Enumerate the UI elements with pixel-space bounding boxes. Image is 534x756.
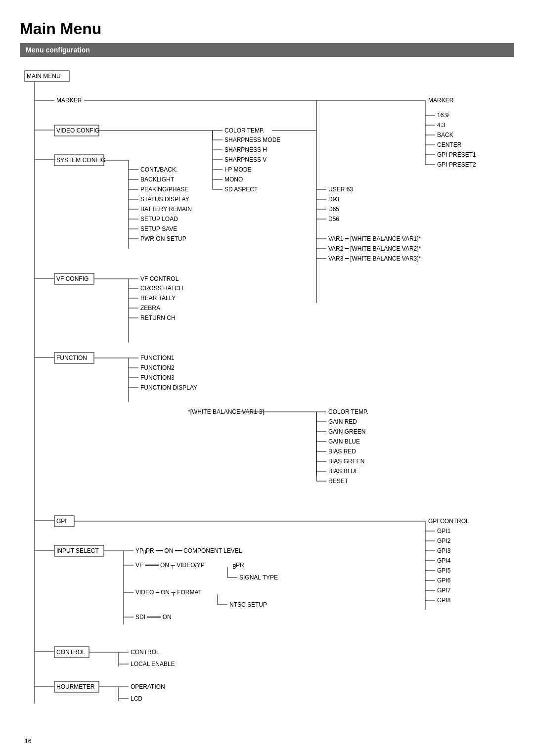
marker-center: CENTER — [437, 141, 462, 148]
marker-gpi-preset1: GPI PRESET1 — [437, 151, 476, 158]
rear-tally: REAR TALLY — [140, 295, 176, 302]
setup-save: SETUP SAVE — [140, 225, 177, 232]
backlight: BACKLIGHT — [140, 176, 175, 183]
gpi-control: GPI CONTROL — [428, 518, 469, 525]
gpi2: GPI2 — [437, 537, 451, 544]
video-config-label: VIDEO CONFIG — [56, 127, 99, 134]
var2: VAR2 ━ [WHITE BALANCE VAR2]* — [328, 245, 421, 252]
wb-gain-green: GAIN GREEN — [328, 428, 365, 435]
vf-on-label: VF ━━━━ ON ┬ VIDEO/YP — [135, 562, 205, 569]
status-display: STATUS DISPLAY — [140, 196, 189, 203]
return-ch: RETURN CH — [140, 314, 176, 321]
gpi6: GPI6 — [437, 577, 451, 584]
diagram-svg: MAIN MENU MARKER MARKER 16:9 4:3 BACK CE… — [20, 66, 514, 748]
cont-back: CONT./BACK. — [140, 166, 178, 173]
color-temp-label: COLOR TEMP. — [224, 127, 265, 134]
gpi7: GPI7 — [437, 587, 451, 594]
gpi-label: GPI — [56, 518, 67, 525]
cross-hatch: CROSS HATCH — [140, 285, 183, 292]
wb-gain-blue: GAIN BLUE — [328, 438, 360, 445]
peaking-phase: PEAKING/PHASE — [140, 186, 188, 193]
system-config-label: SYSTEM CONFIG — [56, 157, 105, 164]
lcd: LCD — [131, 695, 142, 702]
wb-gain-red: GAIN RED — [328, 418, 357, 425]
ypbpr-pr: PR ━━ ON ━━ COMPONENT LEVEL — [146, 547, 242, 554]
mono: MONO — [224, 176, 243, 183]
white-balance-var13: *[WHITE BALANCE VAR1-3] — [188, 408, 264, 415]
d65: D65 — [328, 206, 339, 213]
d56: D56 — [328, 216, 339, 222]
marker-back: BACK — [437, 132, 453, 138]
marker-right-label: MARKER — [428, 97, 454, 104]
marker-label: MARKER — [56, 97, 82, 104]
marker-169: 16:9 — [437, 112, 449, 119]
marker-gpi-preset2: GPI PRESET2 — [437, 161, 476, 168]
vf-pr: PR — [236, 562, 244, 569]
page-title: Main Menu — [20, 20, 514, 38]
main-menu-label: MAIN MENU — [27, 73, 61, 80]
menu-diagram: MAIN MENU MARKER MARKER 16:9 4:3 BACK CE… — [20, 66, 514, 748]
wb-reset: RESET — [328, 478, 349, 485]
vf-control: VF CONTROL — [140, 275, 179, 282]
gpi1: GPI1 — [437, 528, 451, 534]
sd-aspect: SD ASPECT — [224, 186, 258, 193]
pwr-on-setup: PWR ON SETUP — [140, 235, 186, 242]
marker-43: 4:3 — [437, 122, 445, 129]
control-label: CONTROL — [56, 649, 86, 656]
page-number: 16 — [25, 738, 32, 745]
var3: VAR3 ━ [WHITE BALANCE VAR3]* — [328, 255, 421, 262]
wb-bias-green: BIAS GREEN — [328, 458, 364, 465]
var1: VAR1 ━ [WHITE BALANCE VAR1]* — [328, 235, 421, 242]
hourmeter-label: HOURMETER — [56, 683, 95, 690]
function-display: FUNCTION DISPLAY — [140, 384, 197, 391]
video-on-label: VIDEO ━ ON ┬ FORMAT — [135, 589, 202, 596]
user63: USER 63 — [328, 186, 353, 193]
wb-bias-red: BIAS RED — [328, 448, 356, 455]
function-label: FUNCTION — [56, 355, 87, 361]
d93: D93 — [328, 196, 339, 203]
ip-mode: I-P MODE — [224, 166, 251, 173]
setup-load: SETUP LOAD — [140, 216, 178, 222]
zebra: ZEBRA — [140, 305, 160, 311]
wb-bias-blue: BIAS BLUE — [328, 468, 359, 475]
gpi5: GPI5 — [437, 567, 451, 574]
input-select-label: INPUT SELECT — [56, 547, 99, 554]
function2: FUNCTION2 — [140, 364, 175, 371]
battery-remain: BATTERY REMAIN — [140, 206, 192, 213]
function3: FUNCTION3 — [140, 374, 175, 381]
section-header: Menu configuration — [20, 43, 514, 57]
gpi3: GPI3 — [437, 547, 451, 554]
sharpness-v: SHARPNESS V — [224, 156, 267, 163]
operation: OPERATION — [131, 683, 165, 690]
local-enable: LOCAL ENABLE — [131, 661, 175, 667]
gpi8: GPI8 — [437, 597, 451, 604]
gpi4: GPI4 — [437, 557, 451, 564]
control-sub: CONTROL — [131, 649, 160, 656]
wb-color-temp: COLOR TEMP. — [328, 408, 368, 415]
function1: FUNCTION1 — [140, 355, 175, 361]
vf-config-label: VF CONFIG — [56, 275, 89, 282]
signal-type: SIGNAL TYPE — [239, 574, 278, 581]
ntsc-setup: NTSC SETUP — [229, 601, 267, 608]
sharpness-mode: SHARPNESS MODE — [224, 136, 280, 143]
sharpness-h: SHARPNESS H — [224, 146, 267, 153]
sdi-on-label: SDI ━━━━ ON — [135, 614, 172, 621]
